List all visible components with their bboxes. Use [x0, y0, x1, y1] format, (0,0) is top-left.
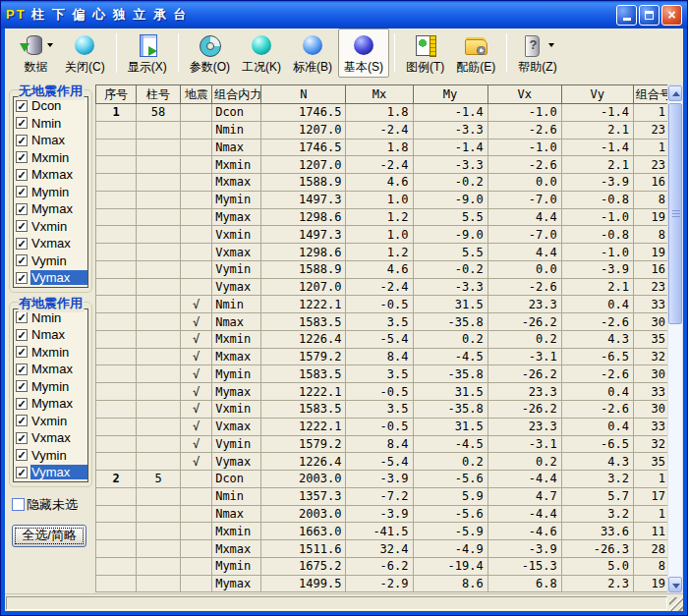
table-row[interactable]: √ Nmax 1583.5 3.5 -35.8 -26.2 -2.6 30 — [96, 313, 670, 331]
checkbox-icon[interactable] — [16, 220, 28, 232]
checkbox-item-mymin[interactable]: Mymin — [14, 184, 87, 201]
checkbox-item-vymax[interactable]: Vymax — [14, 269, 87, 287]
table-row[interactable]: √ Mxmax 1579.2 8.4 -4.5 -3.1 -6.5 32 — [96, 348, 670, 365]
toolbar-button-close[interactable]: 关闭(C) — [59, 28, 111, 78]
table-row[interactable]: Mxmax 1588.9 4.6 -0.2 0.0 -3.9 16 — [96, 174, 670, 192]
toolbar-button-data[interactable]: 数据 — [13, 28, 59, 78]
table-row[interactable]: Vxmin 1497.3 1.0 -9.0 -7.0 -0.8 8 — [96, 226, 670, 244]
checkbox-item-vymax[interactable]: Vymax — [14, 464, 87, 481]
cell-vx: -15.3 — [487, 557, 561, 575]
column-header-3: 组合内力 — [212, 85, 261, 104]
table-row[interactable]: Mxmax 1511.6 32.4 -4.9 -3.9 -26.3 28 — [96, 540, 670, 558]
toolbar-button-help[interactable]: 帮助(Z) — [512, 28, 562, 78]
cell-vx: 23.3 — [487, 383, 561, 401]
checkbox-item-mxmin[interactable]: Mxmin — [14, 344, 87, 362]
maximize-button[interactable] — [639, 5, 659, 26]
scroll-down-button[interactable] — [668, 577, 682, 592]
checkbox-item-mymax[interactable]: Mymax — [14, 200, 87, 218]
table-row[interactable]: √ Vxmin 1583.5 3.5 -35.8 -26.2 -2.6 30 — [96, 401, 670, 419]
table-row[interactable]: Mymax 1298.6 1.2 5.5 4.4 -1.0 19 — [96, 208, 670, 226]
checkbox-item-mxmax[interactable]: Mxmax — [14, 361, 87, 378]
checkbox-icon[interactable] — [16, 449, 28, 461]
checkbox-item-nmin[interactable]: Nmin — [14, 115, 87, 133]
table-row[interactable]: Mxmin 1207.0 -2.4 -3.3 -2.6 2.1 23 — [96, 156, 670, 174]
checkbox-icon[interactable] — [16, 346, 28, 358]
checkbox-item-vxmin[interactable]: Vxmin — [14, 218, 87, 236]
table-row[interactable]: Nmin 1357.3 -7.2 5.9 4.7 5.7 17 — [96, 487, 670, 505]
table-row[interactable]: 2 5 Dcon 2003.0 -3.9 -5.6 -4.4 3.2 1 — [96, 471, 670, 488]
table-row[interactable]: √ Mxmin 1226.4 -5.4 0.2 0.2 4.3 35 — [96, 330, 670, 348]
scrollbar-thumb[interactable] — [668, 103, 682, 324]
hide-unselected-checkbox[interactable]: 隐藏未选 — [12, 496, 95, 514]
checkbox-icon[interactable] — [16, 432, 28, 444]
toolbar-button-params[interactable]: 参数(O) — [184, 28, 236, 78]
toolbar-button-legend[interactable]: 图例(T) — [400, 28, 450, 78]
checkbox-icon[interactable] — [16, 398, 28, 410]
checkbox-item-vymin[interactable]: Vymin — [14, 447, 87, 465]
toolbar-button-rebar[interactable]: 配筋(E) — [450, 28, 501, 78]
checkbox-icon[interactable] — [16, 254, 28, 266]
checkbox-icon[interactable] — [16, 117, 28, 129]
table-row[interactable]: √ Vxmax 1222.1 -0.5 31.5 23.3 0.4 33 — [96, 418, 670, 435]
cell-force-name: Mxmax — [212, 174, 261, 192]
table-row[interactable]: Nmax 1746.5 1.8 -1.4 -1.0 -1.4 1 — [96, 139, 670, 156]
table-row[interactable]: √ Mymin 1583.5 3.5 -35.8 -26.2 -2.6 30 — [96, 365, 670, 383]
toolbar-button-loadcase[interactable]: 工况(K) — [236, 28, 287, 78]
checkbox-item-mymin[interactable]: Mymin — [14, 378, 87, 396]
dropdown-arrow-icon[interactable] — [548, 43, 554, 50]
checkbox-icon[interactable] — [16, 364, 28, 375]
checkbox-icon[interactable] — [16, 272, 28, 284]
minimize-button[interactable] — [616, 5, 637, 26]
checkbox-item-nmax[interactable]: Nmax — [14, 326, 87, 344]
checkbox-item-vymin[interactable]: Vymin — [14, 252, 87, 270]
table-row[interactable]: Vymax 1207.0 -2.4 -3.3 -2.6 2.1 23 — [96, 278, 670, 296]
checkbox-item-mxmin[interactable]: Mxmin — [14, 149, 87, 167]
table-row[interactable]: √ Mymax 1222.1 -0.5 31.5 23.3 0.4 33 — [96, 383, 670, 401]
cell-n: 1226.4 — [261, 453, 346, 471]
table-row[interactable]: √ Nmin 1222.1 -0.5 31.5 23.3 0.4 33 — [96, 296, 670, 313]
table-row[interactable]: 1 58 Dcon 1746.5 1.8 -1.4 -1.0 -1.4 1 — [96, 104, 670, 122]
toolbar-button-basic[interactable]: 基本(S) — [338, 28, 389, 78]
table-row[interactable]: Vymin 1588.9 4.6 -0.2 0.0 -3.9 16 — [96, 260, 670, 278]
checkbox-icon[interactable] — [16, 329, 28, 341]
select-all-button[interactable]: 全选/简略 — [12, 525, 86, 547]
table-row[interactable]: Vxmax 1298.6 1.2 5.5 4.4 -1.0 19 — [96, 244, 670, 261]
toolbar-button-display[interactable]: 显示(X) — [122, 28, 173, 78]
checkbox-item-vxmax[interactable]: Vxmax — [14, 429, 87, 447]
table-row[interactable]: Mxmin 1663.0 -41.5 -5.9 -4.6 33.6 11 — [96, 523, 670, 540]
table-row[interactable]: Nmin 1207.0 -2.4 -3.3 -2.6 2.1 23 — [96, 121, 670, 139]
checkbox-icon[interactable] — [16, 467, 28, 478]
dropdown-arrow-icon[interactable] — [47, 43, 53, 50]
checkbox-icon[interactable] — [16, 100, 28, 112]
checkbox-item-mymax[interactable]: Mymax — [14, 395, 87, 413]
checkbox-item-vxmax[interactable]: Vxmax — [14, 235, 87, 252]
table-row[interactable]: Mymin 1497.3 1.0 -9.0 -7.0 -0.8 8 — [96, 191, 670, 208]
toolbar-button-standard[interactable]: 标准(B) — [287, 28, 338, 78]
table-row[interactable]: Mymin 1675.2 -6.2 -19.4 -15.3 5.0 8 — [96, 557, 670, 575]
checkbox-icon[interactable] — [16, 169, 28, 181]
close-button[interactable]: × — [661, 5, 682, 26]
checkbox-icon[interactable] — [16, 135, 28, 146]
checkbox-icon[interactable] — [16, 203, 28, 215]
checkbox-icon[interactable] — [16, 311, 28, 323]
scroll-up-button[interactable] — [668, 85, 682, 101]
cell-seq — [96, 208, 137, 226]
vertical-scrollbar[interactable] — [667, 84, 683, 593]
table-row[interactable]: √ Vymax 1226.4 -5.4 0.2 0.2 4.3 35 — [96, 453, 670, 471]
checkbox-item-vxmin[interactable]: Vxmin — [14, 413, 87, 430]
checkbox-icon[interactable] — [16, 238, 28, 250]
checkbox-icon[interactable] — [16, 380, 28, 392]
cell-vx: -2.6 — [487, 121, 561, 139]
checkbox-icon[interactable] — [12, 498, 25, 511]
checkbox-icon[interactable] — [16, 151, 28, 163]
checkbox-item-nmax[interactable]: Nmax — [14, 132, 87, 149]
checkbox-icon[interactable] — [16, 186, 28, 197]
table-body: 1 58 Dcon 1746.5 1.8 -1.4 -1.0 -1.4 1 Nm… — [96, 104, 670, 592]
checkbox-icon[interactable] — [16, 415, 28, 426]
resize-grip[interactable] — [669, 597, 683, 611]
table-row[interactable]: Nmax 2003.0 -3.9 -5.6 -4.4 3.2 1 — [96, 505, 670, 523]
table-row[interactable]: Mymax 1499.5 -2.9 8.6 6.8 2.3 19 — [96, 575, 670, 592]
checkbox-item-mxmax[interactable]: Mxmax — [14, 166, 87, 184]
table-row[interactable]: √ Vymin 1579.2 8.4 -4.5 -3.1 -6.5 32 — [96, 435, 670, 453]
cell-combo: 19 — [633, 208, 669, 226]
